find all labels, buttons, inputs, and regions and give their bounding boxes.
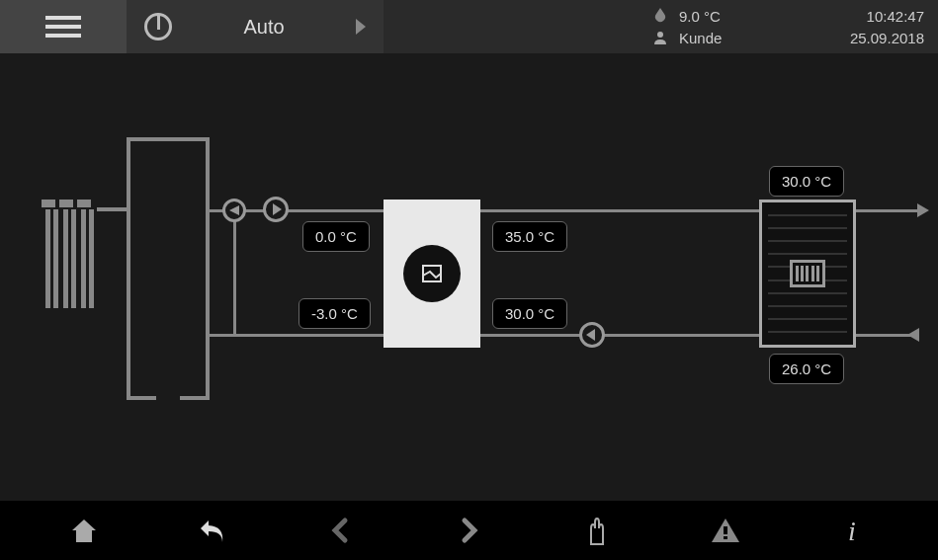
outdoor-temp-value: 9.0 °C [679,8,721,25]
hamburger-icon [45,11,81,42]
heatpump-icon [403,245,461,302]
svg-point-0 [657,32,663,38]
manual-button[interactable] [573,507,621,554]
temp-source-flow: 0.0 °C [302,221,370,252]
user-icon [651,29,669,46]
header-left: Auto [0,0,384,53]
source-pump [263,197,289,222]
user-name: Kunde [679,30,722,46]
svg-text:i: i [848,516,856,546]
header-bar: Auto 9.0 °C 10:42:47 Kunde 25.09.2018 [0,0,938,53]
header-status: 9.0 °C 10:42:47 Kunde 25.09.2018 [651,0,938,53]
back-button[interactable] [189,507,236,554]
temp-heating-flow: 35.0 °C [492,221,567,252]
mode-label: Auto [172,16,356,39]
mode-selector[interactable]: Auto [127,0,384,53]
radiator-icon [790,260,825,287]
alarm-button[interactable] [702,507,749,554]
system-diagram: 0.0 °C -3.0 °C 35.0 °C 30.0 °C 30.0 °C 2… [0,53,938,501]
temp-heating-return: 30.0 °C [492,298,567,329]
temp-source-return: -3.0 °C [298,298,371,329]
info-button[interactable]: i [830,507,878,554]
three-way-valve [222,199,246,222]
power-icon [144,13,172,40]
radiator-unit[interactable] [759,200,856,348]
heatpump-unit[interactable] [384,200,480,348]
clock-date: 25.09.2018 [815,30,924,46]
menu-button[interactable] [0,0,127,53]
footer-nav: i [0,501,938,560]
svg-rect-2 [724,526,727,534]
temp-radiator-bottom: 26.0 °C [769,354,844,384]
source-buffer [127,137,210,400]
clock-time: 10:42:47 [815,8,924,25]
prev-button[interactable] [317,507,365,554]
heating-pump [579,322,605,348]
temp-radiator-top: 30.0 °C [769,166,844,197]
chevron-right-icon [356,19,366,35]
outdoor-temp-icon [651,7,669,25]
ground-probe-icon [42,200,99,308]
svg-rect-3 [724,536,727,539]
home-button[interactable] [60,507,108,554]
next-button[interactable] [445,507,492,554]
